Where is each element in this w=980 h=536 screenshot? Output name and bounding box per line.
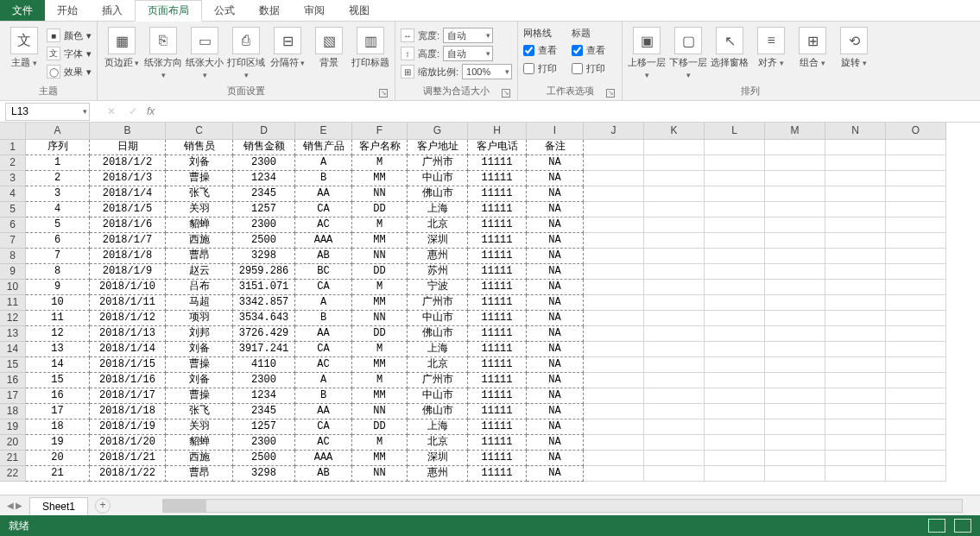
- cell[interactable]: CA: [295, 202, 352, 218]
- cell[interactable]: 18: [26, 419, 90, 435]
- cell[interactable]: 2018/1/7: [90, 233, 166, 249]
- row-header[interactable]: 4: [0, 186, 26, 202]
- cell[interactable]: 2018/1/3: [90, 171, 166, 186]
- cell[interactable]: 广州市: [408, 373, 468, 388]
- row-header[interactable]: 2: [0, 155, 26, 171]
- cell[interactable]: [886, 311, 946, 326]
- row-header[interactable]: 1: [0, 140, 26, 155]
- cell[interactable]: 11111: [468, 357, 527, 373]
- cell[interactable]: [644, 357, 705, 373]
- cell[interactable]: 销售产品: [295, 140, 352, 155]
- effects-button[interactable]: ◯效果 ▾: [47, 63, 92, 80]
- cell[interactable]: [644, 155, 705, 171]
- cell[interactable]: 11111: [468, 404, 527, 419]
- cell[interactable]: [584, 155, 644, 171]
- cell[interactable]: A: [295, 295, 352, 311]
- cell[interactable]: 11111: [468, 233, 527, 249]
- cell[interactable]: [765, 140, 825, 155]
- cell[interactable]: NN: [352, 466, 408, 482]
- scale-launcher[interactable]: ↘: [502, 89, 510, 98]
- cell[interactable]: 西施: [166, 451, 233, 466]
- cell[interactable]: 2018/1/19: [90, 419, 166, 435]
- cell[interactable]: DD: [352, 419, 408, 435]
- cell[interactable]: M: [352, 342, 408, 357]
- cell[interactable]: [584, 435, 644, 451]
- cell[interactable]: [705, 155, 765, 171]
- cell[interactable]: MM: [352, 233, 408, 249]
- cell[interactable]: 2500: [233, 233, 295, 249]
- cell[interactable]: NA: [527, 171, 584, 186]
- cell[interactable]: [705, 357, 765, 373]
- cell[interactable]: [705, 264, 765, 280]
- cell[interactable]: 佛山市: [408, 326, 468, 342]
- cell[interactable]: 8: [26, 264, 90, 280]
- cell[interactable]: [584, 388, 644, 404]
- cell[interactable]: [765, 451, 825, 466]
- name-box[interactable]: L13: [5, 103, 90, 121]
- cell[interactable]: [644, 280, 705, 295]
- cell[interactable]: [584, 218, 644, 233]
- cell[interactable]: 11: [26, 311, 90, 326]
- row-header[interactable]: 17: [0, 388, 26, 404]
- colors-button[interactable]: ■颜色 ▾: [47, 27, 92, 44]
- cell[interactable]: 上海: [408, 419, 468, 435]
- cell[interactable]: [584, 249, 644, 264]
- cell[interactable]: [886, 404, 946, 419]
- cell[interactable]: [584, 202, 644, 218]
- cell[interactable]: AB: [295, 249, 352, 264]
- height-combo[interactable]: 自动: [443, 46, 493, 61]
- row-header[interactable]: 6: [0, 218, 26, 233]
- cell[interactable]: NA: [527, 435, 584, 451]
- view-mode-icons[interactable]: [928, 519, 971, 533]
- cell[interactable]: [584, 140, 644, 155]
- cell[interactable]: NN: [352, 311, 408, 326]
- cell[interactable]: DD: [352, 202, 408, 218]
- cells-area[interactable]: 序列日期销售员销售金额销售产品客户名称客户地址客户电话备注12018/1/2刘备…: [26, 140, 980, 495]
- cell[interactable]: NA: [527, 186, 584, 202]
- cell[interactable]: 销售金额: [233, 140, 295, 155]
- cell[interactable]: [705, 295, 765, 311]
- cell[interactable]: 21: [26, 466, 90, 482]
- cell[interactable]: 3151.071: [233, 280, 295, 295]
- cell[interactable]: [644, 326, 705, 342]
- cell[interactable]: 11111: [468, 311, 527, 326]
- cell[interactable]: B: [295, 171, 352, 186]
- cell[interactable]: 曹昂: [166, 466, 233, 482]
- cell[interactable]: [584, 404, 644, 419]
- breaks-button[interactable]: ⊟分隔符: [269, 23, 307, 69]
- cell[interactable]: 2018/1/15: [90, 357, 166, 373]
- cell[interactable]: 2300: [233, 435, 295, 451]
- cell[interactable]: 北京: [408, 435, 468, 451]
- cell[interactable]: AAA: [295, 451, 352, 466]
- cell[interactable]: [886, 280, 946, 295]
- group-button[interactable]: ⊞组合: [793, 23, 831, 69]
- cell[interactable]: [705, 326, 765, 342]
- cell[interactable]: 2018/1/2: [90, 155, 166, 171]
- cell[interactable]: [765, 249, 825, 264]
- column-header[interactable]: C: [166, 123, 233, 140]
- scale-combo[interactable]: 100%: [462, 64, 512, 79]
- fonts-button[interactable]: 文字体 ▾: [47, 45, 92, 62]
- cell[interactable]: [705, 249, 765, 264]
- cell[interactable]: [765, 404, 825, 419]
- cell[interactable]: 中山市: [408, 388, 468, 404]
- cell[interactable]: [705, 140, 765, 155]
- cell[interactable]: 2300: [233, 373, 295, 388]
- cell[interactable]: NA: [527, 357, 584, 373]
- row-header[interactable]: 7: [0, 233, 26, 249]
- cell[interactable]: 7: [26, 249, 90, 264]
- tab-data[interactable]: 数据: [247, 0, 292, 21]
- cell[interactable]: 广州市: [408, 155, 468, 171]
- cell[interactable]: 11111: [468, 388, 527, 404]
- cell[interactable]: 11111: [468, 264, 527, 280]
- cell[interactable]: 2300: [233, 155, 295, 171]
- cell[interactable]: 1257: [233, 202, 295, 218]
- sheet-nav[interactable]: ◀▶: [0, 501, 29, 510]
- cell[interactable]: [705, 373, 765, 388]
- column-header[interactable]: M: [765, 123, 825, 140]
- column-header[interactable]: B: [90, 123, 166, 140]
- cell[interactable]: 19: [26, 435, 90, 451]
- cell[interactable]: [584, 171, 644, 186]
- cell[interactable]: [886, 249, 946, 264]
- cell[interactable]: [765, 419, 825, 435]
